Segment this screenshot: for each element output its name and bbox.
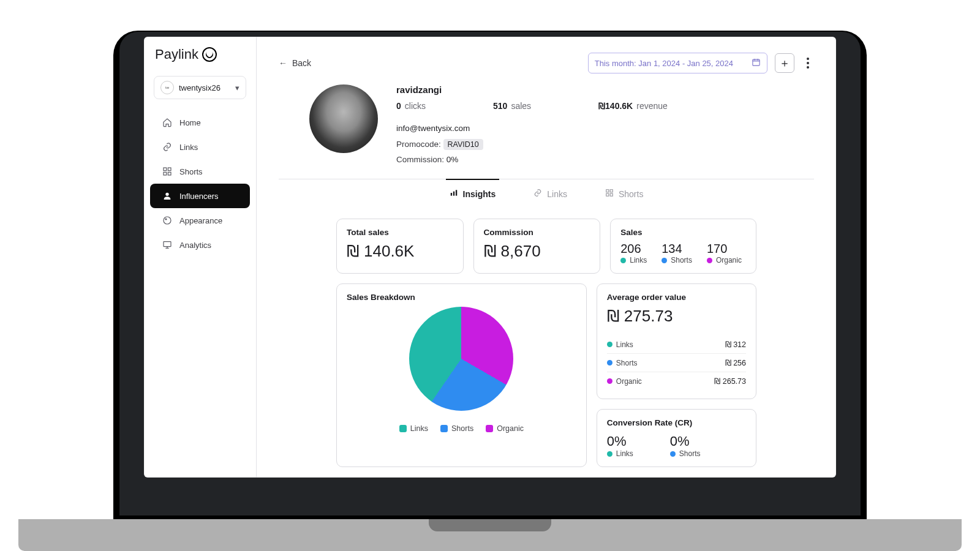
aov-row: Organic₪ 265.73 bbox=[607, 372, 746, 390]
svg-rect-11 bbox=[455, 190, 456, 195]
legend-shorts: Shorts bbox=[451, 424, 473, 433]
sidebar-item-analytics[interactable]: Analytics bbox=[150, 233, 250, 257]
sidebar-label-links: Links bbox=[179, 143, 198, 152]
sidebar-label-home: Home bbox=[179, 118, 201, 127]
tab-links-label: Links bbox=[547, 189, 567, 199]
workspace-name: twentysix26 bbox=[179, 83, 221, 92]
tab-insights-label: Insights bbox=[463, 189, 496, 199]
home-icon bbox=[162, 118, 172, 127]
sidebar-label-influencers: Influencers bbox=[179, 192, 219, 201]
app-screen: Paylink tw twentysix26 ▾ Home bbox=[144, 37, 836, 478]
add-button[interactable]: ＋ bbox=[775, 53, 794, 73]
svg-rect-8 bbox=[753, 59, 760, 66]
sidebar-item-links[interactable]: Links bbox=[150, 135, 250, 159]
laptop-base bbox=[18, 519, 962, 551]
aov-row-value: ₪ 312 bbox=[725, 340, 746, 349]
tab-insights[interactable]: Insights bbox=[446, 179, 500, 208]
svg-rect-12 bbox=[606, 190, 609, 192]
card-conversion-rate: Conversion Rate (CR) 0% Links 0% Shorts bbox=[597, 409, 756, 467]
svg-rect-15 bbox=[610, 193, 612, 196]
profile-username: ravidzangi bbox=[396, 84, 814, 95]
brand-logo: Paylink bbox=[144, 47, 256, 69]
aov-list: Links₪ 312Shorts₪ 256Organic₪ 265.73 bbox=[607, 335, 746, 390]
card-total-sales: Total sales ₪140.6K bbox=[336, 219, 464, 274]
cr-shorts-value: 0% bbox=[670, 433, 701, 449]
stat-clicks-label: clicks bbox=[405, 101, 426, 111]
profile-stats: 0clicks 510sales ₪140.6Krevenue bbox=[396, 101, 814, 111]
currency-symbol: ₪ bbox=[607, 307, 619, 326]
sidebar-item-shorts[interactable]: Shorts bbox=[150, 159, 250, 184]
date-range-label: This month: Jan 1, 2024 - Jan 25, 2024 bbox=[595, 59, 733, 68]
breakdown-title: Sales Breakdown bbox=[347, 293, 576, 302]
sidebar-item-appearance[interactable]: Appearance bbox=[150, 208, 250, 233]
link-icon bbox=[162, 142, 172, 152]
dot-blue-icon bbox=[670, 451, 676, 457]
profile-email: info@twentysix.com bbox=[396, 121, 814, 137]
svg-point-4 bbox=[165, 193, 168, 196]
tab-shorts-label: Shorts bbox=[619, 189, 643, 199]
dot-teal-icon bbox=[620, 258, 626, 263]
aov-row-value: ₪ 256 bbox=[725, 358, 746, 367]
date-range-picker[interactable]: This month: Jan 1, 2024 - Jan 25, 2024 bbox=[588, 53, 767, 73]
card-commission: Commission ₪8,670 bbox=[473, 219, 601, 274]
sidebar-label-shorts: Shorts bbox=[179, 167, 203, 176]
sales-links-label: Links bbox=[630, 256, 647, 264]
aov-row: Shorts₪ 256 bbox=[607, 353, 746, 372]
stat-sales-value: 510 bbox=[493, 101, 507, 111]
brand-name: Paylink bbox=[155, 47, 198, 62]
legend-swatch-magenta-icon bbox=[486, 425, 493, 432]
card-sales: Sales 206 Links 134 Shorts bbox=[610, 219, 756, 274]
sales-organic-label: Organic bbox=[716, 256, 742, 264]
tab-links[interactable]: Links bbox=[530, 179, 571, 208]
card-aov: Average order value ₪275.73 Links₪ 312Sh… bbox=[597, 283, 756, 399]
card-sales-breakdown: Sales Breakdown Links Shorts Organic bbox=[336, 283, 587, 467]
svg-rect-1 bbox=[168, 168, 171, 171]
aov-title: Average order value bbox=[607, 293, 746, 302]
currency-symbol: ₪ bbox=[484, 242, 496, 261]
aov-row-label: Organic bbox=[616, 377, 642, 386]
workspace-selector[interactable]: tw twentysix26 ▾ bbox=[154, 76, 246, 99]
legend-organic: Organic bbox=[497, 424, 524, 433]
grid-icon bbox=[162, 167, 172, 176]
dot-teal-icon bbox=[607, 451, 612, 457]
dot-magenta-icon bbox=[707, 258, 712, 263]
stat-revenue-value: ₪140.6K bbox=[598, 101, 633, 111]
sidebar-item-home[interactable]: Home bbox=[150, 110, 250, 135]
cr-title: Conversion Rate (CR) bbox=[607, 418, 746, 427]
svg-rect-10 bbox=[453, 192, 454, 196]
sidebar-item-influencers[interactable]: Influencers bbox=[150, 184, 250, 208]
sidebar-label-analytics: Analytics bbox=[179, 241, 211, 250]
aov-row: Links₪ 312 bbox=[607, 335, 746, 353]
legend-swatch-blue-icon bbox=[440, 425, 448, 432]
dot-magenta-icon bbox=[607, 378, 612, 384]
calendar-icon bbox=[752, 58, 761, 69]
cr-links-label: Links bbox=[616, 449, 633, 458]
chevron-down-icon: ▾ bbox=[235, 83, 239, 92]
svg-rect-13 bbox=[610, 190, 612, 192]
commission-card-value: 8,670 bbox=[501, 242, 541, 261]
laptop-frame: Paylink tw twentysix26 ▾ Home bbox=[113, 31, 867, 520]
pie-chart bbox=[409, 307, 513, 411]
svg-rect-14 bbox=[606, 193, 609, 196]
aov-value: 275.73 bbox=[624, 307, 673, 326]
promocode-chip: RAVID10 bbox=[443, 139, 483, 150]
aov-row-value: ₪ 265.73 bbox=[714, 377, 746, 386]
sidebar-label-appearance: Appearance bbox=[179, 216, 222, 225]
main-content: ← Back This month: Jan 1, 2024 - Jan 25,… bbox=[257, 37, 836, 478]
tab-shorts[interactable]: Shorts bbox=[601, 179, 647, 208]
sales-organic-value: 170 bbox=[707, 242, 727, 256]
brand-mark-icon bbox=[202, 47, 217, 62]
total-sales-value: 140.6K bbox=[364, 242, 414, 261]
stat-revenue-label: revenue bbox=[636, 101, 668, 111]
legend-links: Links bbox=[410, 424, 428, 433]
card-commission-title: Commission bbox=[484, 228, 590, 237]
more-menu[interactable] bbox=[802, 58, 814, 69]
legend-swatch-teal-icon bbox=[399, 425, 407, 432]
sales-links-value: 206 bbox=[620, 242, 641, 256]
cr-shorts-label: Shorts bbox=[679, 449, 701, 458]
sales-shorts-value: 134 bbox=[662, 242, 682, 256]
back-button[interactable]: ← Back bbox=[279, 58, 311, 68]
grid-icon bbox=[605, 189, 614, 199]
card-sales-title: Sales bbox=[620, 228, 746, 237]
promocode-label: Promocode: bbox=[396, 140, 441, 149]
